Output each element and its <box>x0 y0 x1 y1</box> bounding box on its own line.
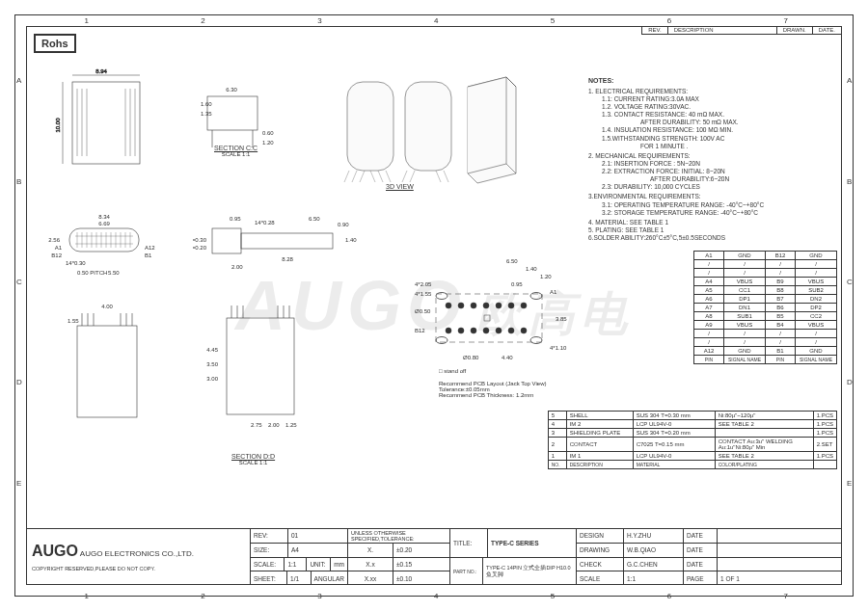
svg-rect-12 <box>405 82 451 171</box>
row-tick: C <box>847 278 853 286</box>
col-tick: 2 <box>201 16 204 25</box>
svg-text:6.30: 6.30 <box>226 87 237 93</box>
svg-text:6.50: 6.50 <box>506 258 518 264</box>
svg-rect-11 <box>347 82 393 171</box>
svg-point-52 <box>521 303 527 308</box>
col-tick: 3 <box>317 592 321 600</box>
svg-point-51 <box>508 303 514 308</box>
svg-point-54 <box>458 328 464 333</box>
row-tick: A <box>847 76 852 85</box>
svg-point-58 <box>508 328 514 333</box>
svg-text:A1: A1 <box>550 289 557 295</box>
col-tick: 3 <box>317 16 321 25</box>
svg-rect-45 <box>436 294 542 342</box>
section-cc-label: SECTION C:CSCALE 1:1 <box>214 145 258 157</box>
col-tick: 6 <box>667 16 671 25</box>
svg-text:8.34: 8.34 <box>98 214 110 220</box>
row-tick: E <box>847 479 852 488</box>
side-view: 0.958.28T=0.30T=0.202.0014*0.286.500.901… <box>193 207 366 284</box>
svg-text:2.56: 2.56 <box>48 237 60 243</box>
svg-point-53 <box>446 328 451 333</box>
svg-text:B12: B12 <box>51 252 62 258</box>
svg-point-49 <box>483 303 489 308</box>
row-tick: D <box>16 378 22 386</box>
svg-rect-64 <box>484 315 490 321</box>
svg-text:6.50: 6.50 <box>309 216 320 222</box>
svg-text:1.55: 1.55 <box>68 318 79 324</box>
pcb-layout-notes: Recommend PCB Layout (Jack Top View)Tole… <box>439 381 547 398</box>
svg-text:0.95: 0.95 <box>230 216 241 222</box>
svg-text:4*1.10: 4*1.10 <box>550 345 567 351</box>
col-tick: 2 <box>201 592 204 600</box>
drawing-sheet: AUGO欧高电 Rohs REV.DESCRIPTIONDRAWN.DATE. … <box>0 0 868 611</box>
svg-text:4*1.55: 4*1.55 <box>415 291 432 297</box>
col-tick: 6 <box>667 592 671 600</box>
row-tick: B <box>16 177 21 186</box>
svg-text:4*2.05: 4*2.05 <box>415 281 432 287</box>
svg-text:2.75: 2.75 <box>251 422 262 428</box>
top-view: 8.9410.00 <box>53 67 159 183</box>
svg-text:B12: B12 <box>415 328 425 333</box>
svg-point-62 <box>436 337 448 344</box>
row-tick: B <box>847 177 852 186</box>
svg-text:14*0.30: 14*0.30 <box>66 260 86 266</box>
svg-text:2.00: 2.00 <box>231 264 243 270</box>
svg-rect-35 <box>77 326 137 417</box>
svg-text:0.50 PITCH: 0.50 PITCH <box>77 270 107 276</box>
title-block: AUGO AUGO ELECTRONICS CO.,LTD. COPYRIGHT… <box>26 528 842 585</box>
svg-rect-25 <box>241 233 333 249</box>
svg-point-55 <box>471 328 476 333</box>
svg-point-59 <box>521 328 527 333</box>
svg-text:4.40: 4.40 <box>502 355 513 360</box>
col-tick: 1 <box>84 592 88 600</box>
col-tick: 5 <box>551 16 555 25</box>
col-tick: 7 <box>784 592 788 600</box>
svg-rect-0 <box>72 82 140 164</box>
bottom-left-view: 4.001.55 <box>53 299 159 434</box>
svg-point-48 <box>471 303 476 308</box>
row-tick: C <box>16 278 22 286</box>
svg-text:3.00: 3.00 <box>206 376 218 382</box>
svg-text:10.00: 10.00 <box>55 118 61 133</box>
front-connector-view: 8.346.692.56A1B12A12B114*0.300.50 PITCH5… <box>48 207 164 279</box>
col-tick: 5 <box>551 592 555 600</box>
svg-text:4.00: 4.00 <box>101 304 113 309</box>
svg-rect-5 <box>207 96 258 130</box>
svg-text:1.40: 1.40 <box>526 266 537 272</box>
3d-view-label: 3D VIEW <box>386 183 414 190</box>
svg-text:1.60: 1.60 <box>201 101 212 107</box>
revision-header-table: REV.DESCRIPTIONDRAWN.DATE. <box>641 26 842 35</box>
section-dd-view: 4.453.503.002.752.001.25 <box>193 294 328 448</box>
svg-text:2.00: 2.00 <box>268 422 280 428</box>
row-tick: A <box>16 76 21 85</box>
svg-text:1.20: 1.20 <box>540 274 552 279</box>
svg-point-50 <box>496 303 502 308</box>
svg-text:0.90: 0.90 <box>338 222 349 227</box>
svg-text:1.35: 1.35 <box>201 111 212 117</box>
svg-text:1.40: 1.40 <box>345 237 357 243</box>
col-tick: 1 <box>84 16 88 25</box>
svg-text:A1: A1 <box>55 245 63 251</box>
col-tick: 4 <box>434 592 438 600</box>
pin-signal-table: A1GNDB12GND////////A4VBUSB9VBUSA5CC1B8SU… <box>693 251 837 364</box>
svg-text:3.85: 3.85 <box>556 316 567 322</box>
svg-text:Ø0.80: Ø0.80 <box>463 355 479 360</box>
notes-block: NOTES: 1. ELECTRICAL REQUIREMENTS: 1.1: … <box>588 77 829 242</box>
svg-text:T=0.20: T=0.20 <box>193 245 207 251</box>
svg-text:T=0.30: T=0.30 <box>193 237 207 243</box>
svg-text:5.50: 5.50 <box>108 270 120 276</box>
rohs-badge: Rohs <box>34 34 76 53</box>
svg-text:0.95: 0.95 <box>511 281 523 287</box>
svg-point-46 <box>446 303 451 308</box>
svg-text:8.94: 8.94 <box>95 68 107 74</box>
svg-text:3.50: 3.50 <box>206 361 218 367</box>
svg-text:0.60: 0.60 <box>262 130 274 136</box>
col-tick: 4 <box>434 16 438 25</box>
svg-text:14*0.28: 14*0.28 <box>255 220 275 226</box>
svg-point-56 <box>483 328 489 333</box>
svg-rect-13 <box>69 228 139 252</box>
svg-rect-24 <box>212 228 241 253</box>
svg-text:1.25: 1.25 <box>285 422 297 428</box>
section-dd-label: SECTION D:DSCALE 1:1 <box>231 453 275 465</box>
svg-text:1.20: 1.20 <box>262 140 274 146</box>
